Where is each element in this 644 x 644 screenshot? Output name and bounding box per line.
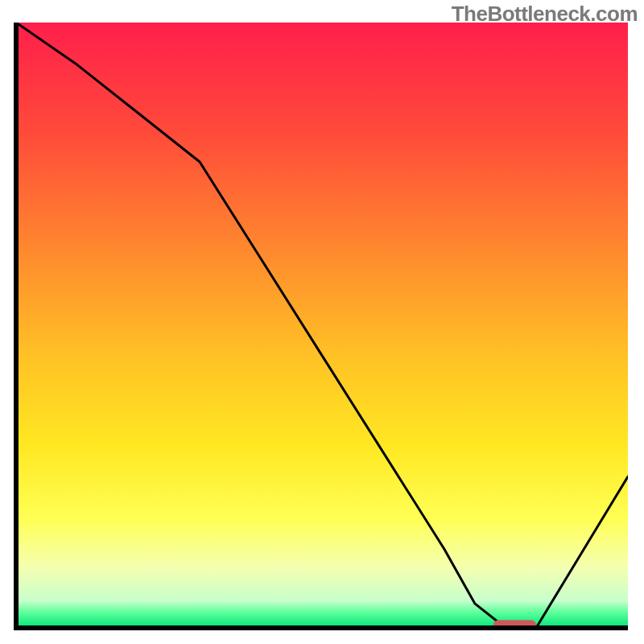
chart-svg xyxy=(0,0,644,644)
plot-background xyxy=(16,23,628,628)
branding-text: TheBottleneck.com xyxy=(452,2,638,27)
chart-canvas: TheBottleneck.com xyxy=(0,0,644,644)
